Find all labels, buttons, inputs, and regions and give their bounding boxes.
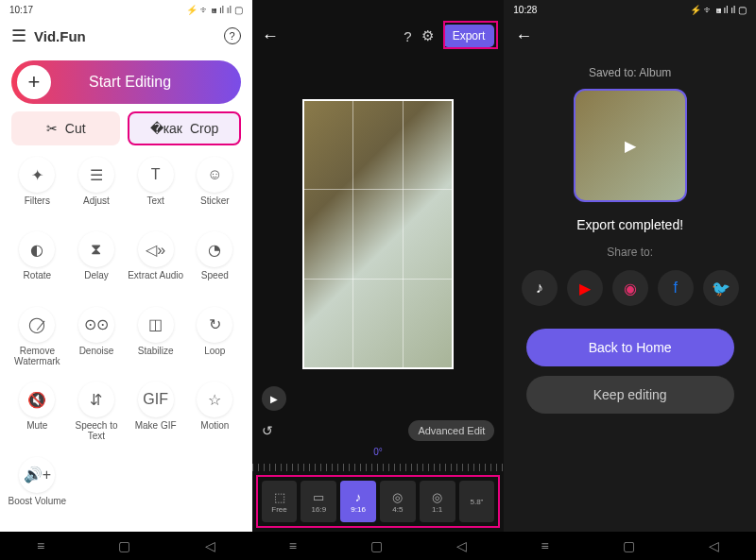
keep-editing-button[interactable]: Keep editing bbox=[526, 376, 734, 414]
cut-crop-row: ✂ Cut �как Crop bbox=[0, 111, 252, 145]
tool-icon: ⧗ bbox=[78, 231, 114, 267]
tool-adjust[interactable]: ☰Adjust bbox=[67, 157, 127, 228]
ratio-label: Free bbox=[271, 505, 286, 514]
tool-mute[interactable]: 🔇Mute bbox=[8, 382, 67, 452]
nav-back-icon[interactable]: ◁ bbox=[709, 538, 719, 553]
tool-label: Rotate bbox=[24, 270, 51, 291]
back-to-home-button[interactable]: Back to Home bbox=[526, 329, 734, 366]
nav-home-icon[interactable]: ▢ bbox=[370, 538, 383, 553]
tool-icon: ☰ bbox=[78, 157, 114, 193]
nav-back-icon[interactable]: ◁ bbox=[456, 538, 467, 553]
help-icon[interactable]: ? bbox=[224, 27, 241, 44]
crop-icon: �как bbox=[150, 121, 182, 136]
share-instagram-icon[interactable]: ◉ bbox=[612, 270, 648, 306]
tool-boost-volume[interactable]: 🔊+Boost Volume bbox=[8, 457, 67, 528]
tool-label: Delay bbox=[84, 270, 109, 291]
share-twitter-icon[interactable]: 🐦 bbox=[703, 270, 739, 306]
ratio-label: 1:1 bbox=[432, 505, 442, 514]
tool-denoise[interactable]: ⊙⊙Denoise bbox=[67, 307, 127, 378]
ruler-ticks bbox=[252, 464, 505, 471]
crop-preview[interactable]: ▶ bbox=[252, 53, 505, 415]
tool-speed[interactable]: ◔Speed bbox=[185, 231, 245, 302]
tool-icon: ✦ bbox=[19, 157, 55, 193]
editor-header: ← ? ⚙ Export bbox=[252, 19, 505, 53]
highlight-annotation bbox=[443, 21, 498, 49]
nav-recent-icon[interactable]: ≡ bbox=[289, 538, 297, 553]
tool-filters[interactable]: ✦Filters bbox=[8, 157, 67, 228]
android-nav: ≡ ▢ ◁ bbox=[0, 532, 252, 560]
tool-sticker[interactable]: ☺Sticker bbox=[185, 157, 245, 228]
back-icon[interactable]: ← bbox=[515, 26, 532, 46]
rotation-value: 0° bbox=[373, 447, 383, 457]
tool-stabilize[interactable]: ◫Stabilize bbox=[126, 307, 185, 378]
tool-extract-audio[interactable]: ◁»Extract Audio bbox=[126, 231, 185, 302]
status-time: 10:17 bbox=[9, 5, 33, 15]
tool-text[interactable]: TText bbox=[126, 157, 185, 228]
android-nav: ≡ ▢ ◁ bbox=[504, 532, 756, 560]
nav-home-icon[interactable]: ▢ bbox=[118, 538, 130, 553]
tool-icon: 🔇 bbox=[19, 382, 55, 417]
ratio-label: 4:5 bbox=[392, 505, 403, 514]
share-row: ♪▶◉f🐦 bbox=[522, 270, 739, 306]
scissors-icon: ✂ bbox=[46, 121, 58, 136]
tool-label: Mute bbox=[26, 420, 47, 441]
status-icons: ⚡ ᯤ ▦ ıl ıl ▢ bbox=[690, 5, 747, 15]
back-icon[interactable]: ← bbox=[262, 26, 279, 46]
ratio-icon: ♪ bbox=[355, 490, 362, 504]
tool-label: Motion bbox=[200, 420, 229, 441]
share-youtube-icon[interactable]: ▶ bbox=[567, 270, 603, 306]
nav-recent-icon[interactable]: ≡ bbox=[37, 538, 44, 553]
start-editing-label: Start Editing bbox=[89, 74, 171, 91]
tool-rotate[interactable]: ◐Rotate bbox=[8, 231, 67, 302]
ratio-Free[interactable]: ⬚Free bbox=[262, 481, 298, 522]
help-icon[interactable]: ? bbox=[404, 28, 411, 44]
video-thumbnail[interactable]: ▶ bbox=[574, 89, 687, 202]
nav-home-icon[interactable]: ▢ bbox=[623, 538, 635, 553]
tool-label: Text bbox=[146, 195, 163, 216]
menu-icon[interactable]: ☰ bbox=[11, 25, 26, 46]
tool-label: Loop bbox=[204, 346, 225, 366]
status-bar bbox=[252, 0, 505, 19]
ratio-45[interactable]: ◎4:5 bbox=[380, 481, 416, 522]
tool-label: Make GIF bbox=[135, 420, 177, 441]
crop-frame[interactable] bbox=[302, 99, 454, 369]
tool-speech-to-text[interactable]: ⇵Speech to Text bbox=[67, 382, 127, 452]
status-bar: 10:28 ⚡ ᯤ ▦ ıl ıl ▢ bbox=[504, 0, 756, 19]
ratio-58[interactable]: 5.8" bbox=[459, 481, 495, 522]
tool-icon: T bbox=[138, 157, 174, 193]
ratio-916[interactable]: ♪9:16 bbox=[340, 481, 376, 522]
tool-delay[interactable]: ⧗Delay bbox=[67, 231, 127, 302]
tool-icon: ☺ bbox=[197, 157, 232, 193]
tool-icon: ⇵ bbox=[78, 382, 114, 417]
tool-motion[interactable]: ☆Motion bbox=[185, 382, 245, 452]
ratio-label: 5.8" bbox=[470, 498, 483, 506]
nav-recent-icon[interactable]: ≡ bbox=[541, 538, 548, 553]
settings-icon[interactable]: ⚙ bbox=[421, 27, 434, 44]
tool-label: Remove Watermark bbox=[8, 346, 67, 366]
undo-icon[interactable]: ↺ bbox=[262, 423, 273, 438]
play-button[interactable]: ▶ bbox=[262, 386, 286, 411]
tool-label: Extract Audio bbox=[128, 270, 183, 291]
header: ← bbox=[504, 19, 756, 53]
start-editing-button[interactable]: + Start Editing bbox=[11, 60, 241, 104]
share-facebook-icon[interactable]: f bbox=[658, 270, 694, 306]
screen-tools: 10:17 ⚡ ᯤ ▦ ıl ıl ▢ ☰ Vid.Fun ? + Start … bbox=[0, 0, 252, 560]
edit-bar: ↺ Advanced Edit bbox=[252, 415, 505, 447]
tool-icon: ◁» bbox=[138, 231, 174, 267]
tool-make-gif[interactable]: GIFMake GIF bbox=[126, 382, 185, 452]
tool-label: Adjust bbox=[83, 195, 110, 216]
crop-button[interactable]: �как Crop bbox=[128, 111, 240, 145]
share-tiktok-icon[interactable]: ♪ bbox=[522, 270, 558, 306]
cut-button[interactable]: ✂ Cut bbox=[11, 111, 120, 145]
tool-icon: ☆ bbox=[197, 382, 232, 417]
advanced-edit-button[interactable]: Advanced Edit bbox=[408, 420, 494, 441]
ratio-169[interactable]: ▭16:9 bbox=[301, 481, 336, 522]
rotation-ruler[interactable]: 0° bbox=[252, 447, 505, 475]
tool-remove-watermark[interactable]: ◯̷Remove Watermark bbox=[8, 307, 67, 378]
ratio-11[interactable]: ◎1:1 bbox=[420, 481, 455, 522]
nav-back-icon[interactable]: ◁ bbox=[205, 538, 215, 553]
status-icons: ⚡ ᯤ ▦ ıl ıl ▢ bbox=[186, 5, 243, 15]
tool-loop[interactable]: ↻Loop bbox=[185, 307, 245, 378]
crop-label: Crop bbox=[190, 121, 218, 136]
completed-label: Export completed! bbox=[576, 217, 683, 232]
